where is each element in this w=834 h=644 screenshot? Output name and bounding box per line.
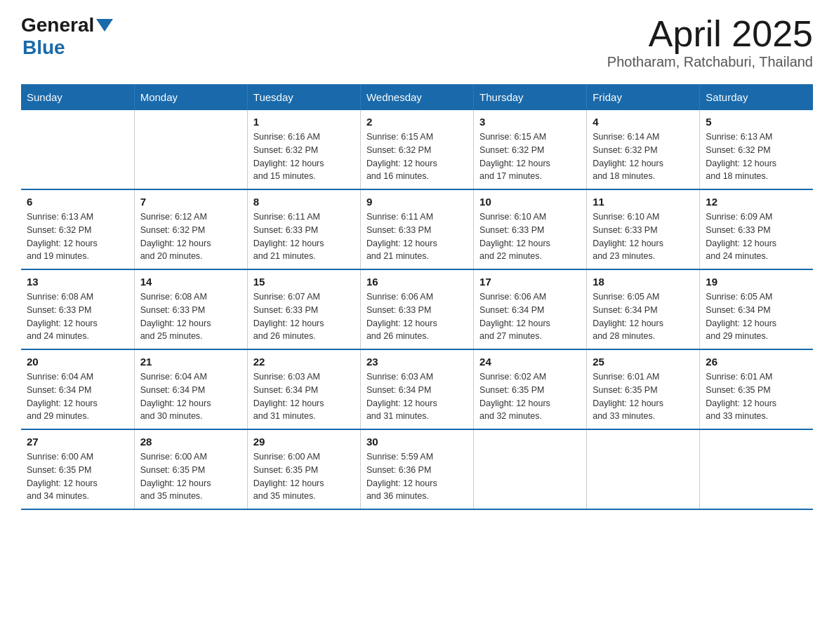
day-number: 23 xyxy=(366,356,468,368)
calendar-day-cell: 15Sunrise: 6:07 AM Sunset: 6:33 PM Dayli… xyxy=(247,269,360,349)
calendar-day-cell: 5Sunrise: 6:13 AM Sunset: 6:32 PM Daylig… xyxy=(700,110,813,189)
calendar-day-cell: 10Sunrise: 6:10 AM Sunset: 6:33 PM Dayli… xyxy=(474,189,587,269)
day-number: 14 xyxy=(140,276,241,288)
calendar-day-cell: 12Sunrise: 6:09 AM Sunset: 6:33 PM Dayli… xyxy=(700,189,813,269)
calendar-day-cell xyxy=(134,110,247,189)
day-number: 24 xyxy=(479,356,581,368)
calendar-day-cell: 23Sunrise: 6:03 AM Sunset: 6:34 PM Dayli… xyxy=(360,349,473,429)
calendar-day-cell: 2Sunrise: 6:15 AM Sunset: 6:32 PM Daylig… xyxy=(360,110,473,189)
day-info: Sunrise: 6:05 AM Sunset: 6:34 PM Dayligh… xyxy=(593,290,694,343)
day-number: 12 xyxy=(706,196,807,208)
day-number: 8 xyxy=(253,196,355,208)
day-info: Sunrise: 6:00 AM Sunset: 6:35 PM Dayligh… xyxy=(253,450,355,503)
calendar-day-cell: 25Sunrise: 6:01 AM Sunset: 6:35 PM Dayli… xyxy=(587,349,700,429)
day-number: 1 xyxy=(253,116,355,128)
col-wednesday: Wednesday xyxy=(360,84,473,110)
calendar-day-cell: 17Sunrise: 6:06 AM Sunset: 6:34 PM Dayli… xyxy=(474,269,587,349)
calendar-week-row: 1Sunrise: 6:16 AM Sunset: 6:32 PM Daylig… xyxy=(21,110,813,189)
day-number: 28 xyxy=(140,436,241,448)
day-info: Sunrise: 6:08 AM Sunset: 6:33 PM Dayligh… xyxy=(27,290,128,343)
day-info: Sunrise: 6:08 AM Sunset: 6:33 PM Dayligh… xyxy=(140,290,241,343)
day-info: Sunrise: 6:00 AM Sunset: 6:35 PM Dayligh… xyxy=(27,450,128,503)
calendar-day-cell: 27Sunrise: 6:00 AM Sunset: 6:35 PM Dayli… xyxy=(21,429,134,509)
day-number: 25 xyxy=(593,356,694,368)
calendar-day-cell xyxy=(700,429,813,509)
day-info: Sunrise: 6:16 AM Sunset: 6:32 PM Dayligh… xyxy=(253,130,355,183)
day-number: 30 xyxy=(366,436,468,448)
day-info: Sunrise: 6:01 AM Sunset: 6:35 PM Dayligh… xyxy=(706,370,807,423)
calendar-day-cell: 6Sunrise: 6:13 AM Sunset: 6:32 PM Daylig… xyxy=(21,189,134,269)
day-info: Sunrise: 6:06 AM Sunset: 6:34 PM Dayligh… xyxy=(479,290,581,343)
day-info: Sunrise: 6:03 AM Sunset: 6:34 PM Dayligh… xyxy=(253,370,355,423)
day-info: Sunrise: 6:14 AM Sunset: 6:32 PM Dayligh… xyxy=(593,130,694,183)
title-block: April 2025 Photharam, Ratchaburi, Thaila… xyxy=(607,14,813,70)
calendar-week-row: 27Sunrise: 6:00 AM Sunset: 6:35 PM Dayli… xyxy=(21,429,813,509)
calendar-day-cell: 11Sunrise: 6:10 AM Sunset: 6:33 PM Dayli… xyxy=(587,189,700,269)
day-number: 16 xyxy=(366,276,468,288)
day-number: 26 xyxy=(706,356,807,368)
day-number: 7 xyxy=(140,196,241,208)
day-number: 6 xyxy=(27,196,128,208)
calendar-day-cell: 16Sunrise: 6:06 AM Sunset: 6:33 PM Dayli… xyxy=(360,269,473,349)
calendar-day-cell xyxy=(474,429,587,509)
calendar-day-cell: 1Sunrise: 6:16 AM Sunset: 6:32 PM Daylig… xyxy=(247,110,360,189)
calendar-title: April 2025 xyxy=(607,14,813,54)
calendar-day-cell: 22Sunrise: 6:03 AM Sunset: 6:34 PM Dayli… xyxy=(247,349,360,429)
day-info: Sunrise: 6:04 AM Sunset: 6:34 PM Dayligh… xyxy=(27,370,128,423)
calendar-day-cell: 4Sunrise: 6:14 AM Sunset: 6:32 PM Daylig… xyxy=(587,110,700,189)
calendar-day-cell: 9Sunrise: 6:11 AM Sunset: 6:33 PM Daylig… xyxy=(360,189,473,269)
calendar-week-row: 6Sunrise: 6:13 AM Sunset: 6:32 PM Daylig… xyxy=(21,189,813,269)
page-header: General Blue April 2025 Photharam, Ratch… xyxy=(21,14,813,70)
day-info: Sunrise: 6:03 AM Sunset: 6:34 PM Dayligh… xyxy=(366,370,468,423)
day-info: Sunrise: 6:13 AM Sunset: 6:32 PM Dayligh… xyxy=(706,130,807,183)
day-number: 22 xyxy=(253,356,355,368)
day-info: Sunrise: 6:11 AM Sunset: 6:33 PM Dayligh… xyxy=(366,210,468,263)
logo-general-text: General xyxy=(21,14,94,36)
calendar-day-cell: 13Sunrise: 6:08 AM Sunset: 6:33 PM Dayli… xyxy=(21,269,134,349)
day-info: Sunrise: 6:06 AM Sunset: 6:33 PM Dayligh… xyxy=(366,290,468,343)
day-number: 27 xyxy=(27,436,128,448)
day-info: Sunrise: 6:12 AM Sunset: 6:32 PM Dayligh… xyxy=(140,210,241,263)
col-thursday: Thursday xyxy=(474,84,587,110)
day-info: Sunrise: 6:15 AM Sunset: 6:32 PM Dayligh… xyxy=(366,130,468,183)
calendar-week-row: 20Sunrise: 6:04 AM Sunset: 6:34 PM Dayli… xyxy=(21,349,813,429)
calendar-day-cell: 26Sunrise: 6:01 AM Sunset: 6:35 PM Dayli… xyxy=(700,349,813,429)
calendar-day-cell: 24Sunrise: 6:02 AM Sunset: 6:35 PM Dayli… xyxy=(474,349,587,429)
day-number: 19 xyxy=(706,276,807,288)
calendar-day-cell: 28Sunrise: 6:00 AM Sunset: 6:35 PM Dayli… xyxy=(134,429,247,509)
calendar-day-cell: 7Sunrise: 6:12 AM Sunset: 6:32 PM Daylig… xyxy=(134,189,247,269)
day-number: 9 xyxy=(366,196,468,208)
calendar-day-cell: 20Sunrise: 6:04 AM Sunset: 6:34 PM Dayli… xyxy=(21,349,134,429)
col-monday: Monday xyxy=(134,84,247,110)
day-info: Sunrise: 6:02 AM Sunset: 6:35 PM Dayligh… xyxy=(479,370,581,423)
day-info: Sunrise: 6:13 AM Sunset: 6:32 PM Dayligh… xyxy=(27,210,128,263)
day-number: 11 xyxy=(593,196,694,208)
col-tuesday: Tuesday xyxy=(247,84,360,110)
day-info: Sunrise: 6:05 AM Sunset: 6:34 PM Dayligh… xyxy=(706,290,807,343)
day-number: 21 xyxy=(140,356,241,368)
day-number: 20 xyxy=(27,356,128,368)
day-info: Sunrise: 6:10 AM Sunset: 6:33 PM Dayligh… xyxy=(593,210,694,263)
calendar-day-cell: 19Sunrise: 6:05 AM Sunset: 6:34 PM Dayli… xyxy=(700,269,813,349)
day-number: 15 xyxy=(253,276,355,288)
calendar-day-cell: 30Sunrise: 5:59 AM Sunset: 6:36 PM Dayli… xyxy=(360,429,473,509)
col-saturday: Saturday xyxy=(700,84,813,110)
calendar-week-row: 13Sunrise: 6:08 AM Sunset: 6:33 PM Dayli… xyxy=(21,269,813,349)
day-number: 4 xyxy=(593,116,694,128)
day-info: Sunrise: 6:09 AM Sunset: 6:33 PM Dayligh… xyxy=(706,210,807,263)
day-info: Sunrise: 6:11 AM Sunset: 6:33 PM Dayligh… xyxy=(253,210,355,263)
calendar-day-cell: 3Sunrise: 6:15 AM Sunset: 6:32 PM Daylig… xyxy=(474,110,587,189)
calendar-table: Sunday Monday Tuesday Wednesday Thursday… xyxy=(21,84,813,510)
logo-blue-text: Blue xyxy=(22,36,65,58)
calendar-header-row: Sunday Monday Tuesday Wednesday Thursday… xyxy=(21,84,813,110)
calendar-subtitle: Photharam, Ratchaburi, Thailand xyxy=(607,54,813,70)
day-number: 10 xyxy=(479,196,581,208)
logo: General Blue xyxy=(21,14,113,59)
day-number: 3 xyxy=(479,116,581,128)
day-info: Sunrise: 6:01 AM Sunset: 6:35 PM Dayligh… xyxy=(593,370,694,423)
calendar-day-cell: 21Sunrise: 6:04 AM Sunset: 6:34 PM Dayli… xyxy=(134,349,247,429)
calendar-day-cell xyxy=(587,429,700,509)
calendar-day-cell: 8Sunrise: 6:11 AM Sunset: 6:33 PM Daylig… xyxy=(247,189,360,269)
day-number: 17 xyxy=(479,276,581,288)
day-info: Sunrise: 5:59 AM Sunset: 6:36 PM Dayligh… xyxy=(366,450,468,503)
